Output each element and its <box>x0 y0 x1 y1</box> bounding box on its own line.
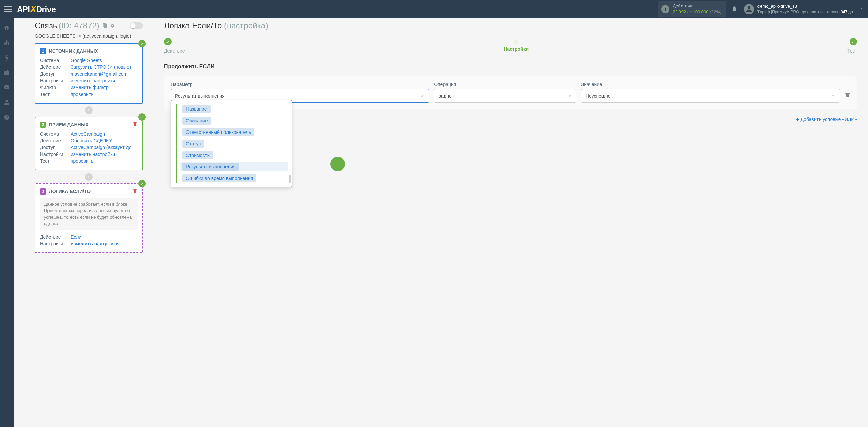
block-source[interactable]: 1 ИСТОЧНИК ДАННЫХ СистемаGoogle Sheets Д… <box>35 43 143 104</box>
step-action[interactable]: Действие <box>164 38 185 54</box>
dropdown-scrollbar[interactable] <box>289 175 291 183</box>
b3-action-val[interactable]: Если <box>71 234 81 240</box>
logo[interactable]: APIXDrive <box>17 4 56 15</box>
val-selected: Неуспешно <box>586 93 611 99</box>
b1-settings-lbl: Настройки <box>40 78 67 83</box>
b1-action-lbl: Действие <box>40 64 67 70</box>
tariff-days: 347 <box>841 9 847 14</box>
nav-user-icon[interactable] <box>0 96 14 109</box>
page-title-sub: (настройка) <box>224 21 268 30</box>
block2-num: 2 <box>40 122 46 128</box>
trash-icon[interactable] <box>132 121 138 128</box>
fab-button[interactable] <box>330 157 345 171</box>
dd-option-description[interactable]: Описание <box>182 117 211 125</box>
step2-label: Настройки <box>504 46 529 52</box>
b1-action-val[interactable]: Загрузить СТРОКИ (новые) <box>71 64 131 70</box>
b2-system-val[interactable]: ActiveCampaign <box>71 131 105 137</box>
b1-test-val[interactable]: проверить <box>71 92 94 97</box>
b1-access-val[interactable]: maverickandrii@gmail.com <box>71 71 127 77</box>
b3-action-lbl: Действие <box>40 234 67 240</box>
info-icon: i <box>661 5 669 13</box>
b2-action-val[interactable]: Обновить СДЕЛКУ <box>71 138 112 143</box>
val-label: Значение <box>581 82 840 87</box>
dd-option-result[interactable]: Результат выполнения <box>182 163 239 171</box>
block-logic[interactable]: 3 ЛОГИКА ЕСЛИ/ТО Данное условие сработае… <box>35 183 143 253</box>
b3-settings-val[interactable]: изменить настройки <box>71 241 119 246</box>
dd-option-owner[interactable]: Ответственный пользователь <box>182 128 254 136</box>
dd-option-cost[interactable]: Стоимость <box>182 151 213 159</box>
b3-settings-lbl: Настройки <box>40 241 67 246</box>
chevron-down-icon[interactable] <box>859 6 864 13</box>
actions-pct: (22%) <box>710 9 722 14</box>
delete-condition-icon[interactable] <box>845 92 851 99</box>
step-test[interactable]: Тест <box>847 38 857 54</box>
b2-access-val[interactable]: ActiveCampaign (аккаунт до <box>71 145 131 150</box>
dd-option-errors[interactable]: Ошибки во время выполнения <box>182 174 256 182</box>
b2-settings-lbl: Настройки <box>40 151 67 157</box>
block3-num: 3 <box>40 188 46 195</box>
dd-option-status[interactable]: Статус <box>182 140 204 148</box>
op-select[interactable]: равно <box>434 89 576 103</box>
sidenav <box>0 18 14 427</box>
condition-card: Параметр Результат выполнения Операция р… <box>164 76 857 109</box>
val-select[interactable]: Неуспешно <box>581 89 840 103</box>
logo-api: API <box>17 5 30 14</box>
nav-sitemap-icon[interactable] <box>0 36 14 49</box>
param-dropdown: Название Описание Ответственный пользова… <box>171 100 292 187</box>
op-selected: равно <box>438 93 452 99</box>
svg-rect-0 <box>6 40 8 42</box>
param-label: Параметр <box>171 82 429 87</box>
block3-note: Данное условие сработает, если в блоке П… <box>40 198 138 230</box>
nav-youtube-icon[interactable] <box>0 81 14 94</box>
connection-title: Связь <box>35 21 57 30</box>
avatar[interactable] <box>744 4 754 14</box>
add-between-button-1[interactable]: + <box>85 106 93 114</box>
connection-id: (ID: 47872) <box>59 21 99 30</box>
user-name: demo_apix-drive_s3 <box>757 4 853 9</box>
b1-settings-val[interactable]: изменить настройки <box>71 78 115 83</box>
b2-system-lbl: Система <box>40 131 67 137</box>
actions-counter[interactable]: i Действия: 22'092 из 100'000 (22%) <box>658 1 726 17</box>
add-or-label: Добавить условие «ИЛИ» <box>800 117 857 122</box>
page-title: Логика Если/То <box>164 21 222 30</box>
bell-icon[interactable] <box>731 6 738 13</box>
b1-filter-val[interactable]: изменить фильтр <box>71 85 109 90</box>
add-between-button-2[interactable]: + <box>85 173 93 181</box>
svg-rect-3 <box>8 43 9 45</box>
block1-num: 1 <box>40 48 46 54</box>
b2-test-val[interactable]: проверить <box>71 158 94 164</box>
step1-label: Действие <box>164 48 185 54</box>
step-settings[interactable]: Настройки <box>504 40 529 52</box>
svg-rect-1 <box>4 43 6 45</box>
block3-title: ЛОГИКА ЕСЛИ/ТО <box>49 189 91 194</box>
nav-help-icon[interactable] <box>0 110 14 124</box>
logo-x: X <box>30 4 36 14</box>
connection-subtitle: GOOGLE SHEETS -> (activecampaign, logic) <box>35 33 143 39</box>
b2-access-lbl: Доступ <box>40 145 67 150</box>
nav-dollar-icon[interactable] <box>0 51 14 64</box>
copy-icon[interactable] <box>103 23 108 30</box>
right-panel: Логика Если/То (настройка) Действие Наст… <box>164 21 857 427</box>
user-block[interactable]: demo_apix-drive_s3 Тариф |Премиум PRO| д… <box>757 4 853 15</box>
block-destination[interactable]: 2 ПРИЕМ ДАННЫХ СистемаActiveCampaign Дей… <box>35 117 143 170</box>
b2-action-lbl: Действие <box>40 138 67 143</box>
trash-icon[interactable] <box>132 188 138 195</box>
b1-access-lbl: Доступ <box>40 71 67 77</box>
b2-settings-val[interactable]: изменить настройки <box>71 151 115 157</box>
check-icon <box>138 113 146 121</box>
b2-test-lbl: Тест <box>40 158 67 164</box>
b1-system-val[interactable]: Google Sheets <box>71 58 102 63</box>
dd-option-name[interactable]: Название <box>182 105 211 113</box>
steps: Действие Настройки Тест <box>164 38 857 54</box>
step3-label: Тест <box>847 48 857 54</box>
gear-icon[interactable] <box>110 23 115 30</box>
logo-drive: Drive <box>36 5 56 14</box>
nav-home-icon[interactable] <box>0 21 14 35</box>
check-icon <box>138 40 146 47</box>
nav-briefcase-icon[interactable] <box>0 66 14 79</box>
connection-toggle[interactable] <box>130 22 143 29</box>
actions-total: 100'000 <box>693 9 709 14</box>
tariff-suffix: дн <box>847 9 853 14</box>
param-selected: Результат выполнения <box>175 93 225 99</box>
hamburger-menu[interactable] <box>4 6 12 12</box>
